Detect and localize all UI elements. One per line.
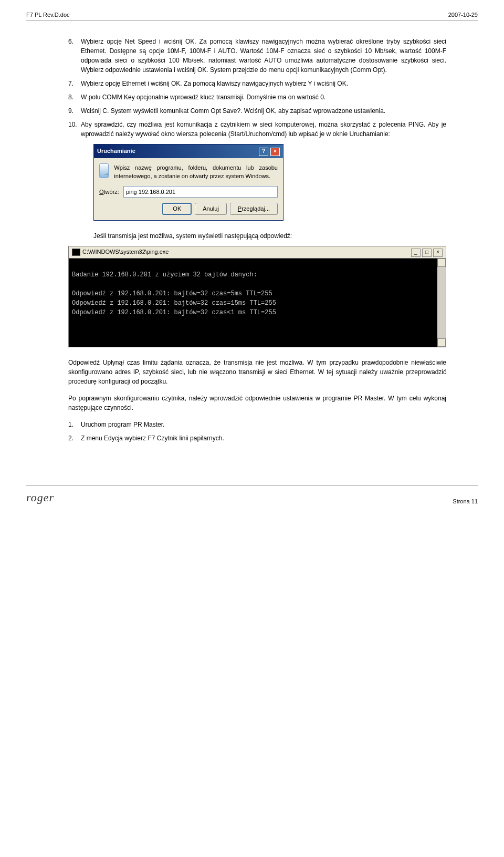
minimize-icon[interactable]: _ xyxy=(411,249,421,257)
sub-item-2: 2.Z menu Edycja wybierz F7 Czytnik linii… xyxy=(68,433,446,443)
cmd-icon xyxy=(72,249,80,256)
close-icon[interactable]: × xyxy=(270,148,280,156)
scrollbar[interactable] xyxy=(437,259,446,347)
maximize-icon[interactable]: □ xyxy=(422,249,432,257)
cmd-output: Badanie 192.168.0.201 z użyciem 32 bajtó… xyxy=(72,261,435,345)
header-right: 2007-10-29 xyxy=(448,11,478,19)
cmd-window: C:\WINDOWS\system32\ping.exe _ □ × Badan… xyxy=(68,246,446,347)
cmd-title-buttons: _ □ × xyxy=(411,247,443,257)
ok-button[interactable]: OK xyxy=(162,203,192,215)
item-7: 7.Wybierz opcję Ethernet i wciśnij OK. Z… xyxy=(68,79,446,88)
item-8: 8.W polu COMM Key opcjonalnie wprowadź k… xyxy=(68,92,446,102)
run-dialog-description: Wpisz nazwę programu, folderu, dokumentu… xyxy=(114,163,278,181)
cmd-titlebar: C:\WINDOWS\system32\ping.exe _ □ × xyxy=(69,246,446,259)
page-number: Strona 11 xyxy=(453,497,478,506)
sub-instruction-list: 1.Uruchom program PR Master. 2.Z menu Ed… xyxy=(68,420,446,443)
browse-button[interactable]: Przeglądaj... xyxy=(230,203,278,215)
header-left: F7 PL Rev.D.doc xyxy=(26,11,70,19)
run-dialog: Uruchamianie ? × Wpisz nazwę programu, f… xyxy=(93,144,284,221)
run-input[interactable]: ping 192.168.0.201 xyxy=(123,186,278,198)
logo: roger xyxy=(26,489,54,506)
paragraph-prmaster-intro: Po poprawnym skonfigurowaniu czytnika, n… xyxy=(68,394,446,412)
paragraph-timeout: Odpowiedź Upłynął czas limitu żądania oz… xyxy=(68,358,446,386)
item-6: 6.Wybierz opcję Net Speed i wciśnij OK. … xyxy=(68,37,446,75)
run-dialog-title-buttons: ? × xyxy=(258,147,280,156)
close-icon[interactable]: × xyxy=(433,249,443,257)
item-9: 9.Wciśnij C. System wyświetli komunikat … xyxy=(68,106,446,116)
cancel-button[interactable]: Anuluj xyxy=(195,203,227,215)
page-footer: roger Strona 11 xyxy=(26,485,478,506)
page-header: F7 PL Rev.D.doc 2007-10-29 xyxy=(26,11,478,21)
response-intro: Jeśli transmisja jest możliwa, system wy… xyxy=(93,231,446,241)
run-dialog-titlebar: Uruchamianie ? × xyxy=(94,144,283,158)
item-10: 10.Aby sprawdzić, czy możliwa jest komun… xyxy=(68,120,446,241)
cmd-title-text: C:\WINDOWS\system32\ping.exe xyxy=(82,247,169,256)
help-icon[interactable]: ? xyxy=(259,148,268,156)
run-open-label: Otwórz: xyxy=(99,188,119,197)
instruction-list: 6.Wybierz opcję Net Speed i wciśnij OK. … xyxy=(68,37,446,241)
run-dialog-title: Uruchamianie xyxy=(97,147,135,156)
sub-item-1: 1.Uruchom program PR Master. xyxy=(68,420,446,429)
run-program-icon xyxy=(99,163,109,178)
content-area: 6.Wybierz opcję Net Speed i wciśnij OK. … xyxy=(68,37,446,443)
